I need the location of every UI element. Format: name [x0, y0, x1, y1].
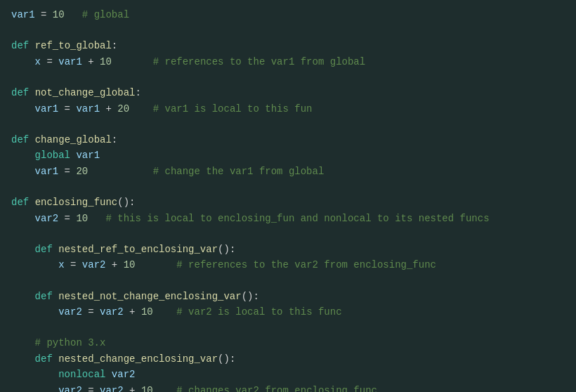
code-line-19: def nested_not_change_enclosing_var():	[11, 289, 565, 304]
code-line-25: var2 = var2 + 10 # changes var2 from enc…	[11, 383, 565, 392]
code-line-23: def nested_change_enclosing_var():	[11, 351, 565, 367]
code-line-16: def nested_ref_to_enclosing_var():	[11, 242, 565, 257]
code-line-20: var2 = var2 + 10 # var2 is local to this…	[11, 304, 565, 320]
code-line-1: var1 = 10 # global	[11, 7, 565, 22]
code-line-5	[11, 70, 565, 85]
code-editor: var1 = 10 # global def ref_to_global: x …	[0, 0, 576, 392]
code-line-6: def not_change_global:	[11, 85, 565, 100]
code-line-3: def ref_to_global:	[11, 38, 565, 53]
code-line-10: global var1	[11, 148, 565, 163]
code-line-13: def enclosing_func():	[11, 195, 565, 210]
code-line-4: x = var1 + 10 # references to the var1 f…	[11, 54, 565, 70]
code-line-21	[11, 320, 565, 335]
code-line-14: var2 = 10 # this is local to enclosing_f…	[11, 211, 565, 226]
code-line-8	[11, 117, 565, 132]
code-line-17: x = var2 + 10 # references to the var2 f…	[11, 257, 565, 273]
code-line-24: nonlocal var2	[11, 367, 565, 382]
code-line-22: # python 3.x	[11, 335, 565, 351]
code-line-7: var1 = var1 + 20 # var1 is local to this…	[11, 101, 565, 117]
code-line-2	[11, 22, 565, 38]
code-line-15	[11, 226, 565, 242]
code-line-9: def change_global:	[11, 132, 565, 148]
code-line-11: var1 = 20 # change the var1 from global	[11, 164, 565, 179]
code-line-12	[11, 179, 565, 195]
code-line-18	[11, 273, 565, 289]
